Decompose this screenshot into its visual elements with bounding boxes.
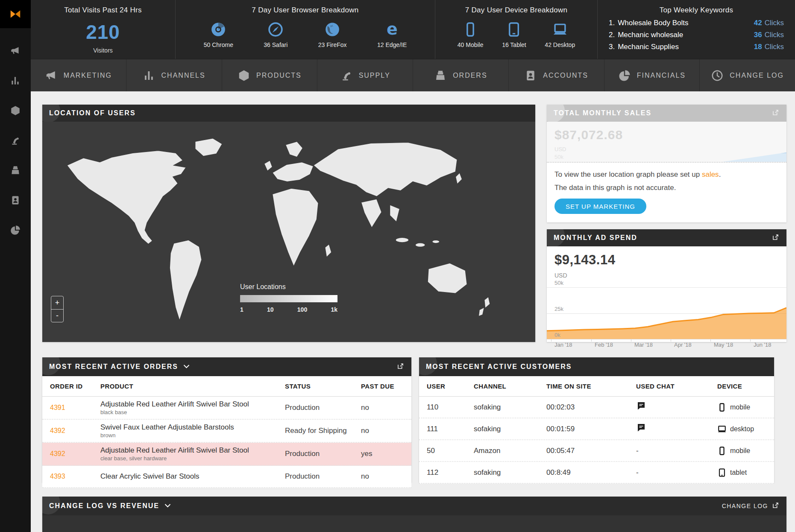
browser-stat-label: 12 Edge/IE — [377, 41, 407, 48]
marketing-icon — [45, 69, 58, 82]
order-product: Swivel Faux Leather Adjustable Barstools — [100, 423, 285, 432]
financials-icon — [10, 225, 21, 236]
products-icon — [10, 105, 21, 116]
device-stat-mobile: 40 Mobile — [458, 21, 484, 48]
sidebar-item-marketing[interactable] — [10, 45, 21, 58]
legend-title: User Locations — [240, 283, 337, 291]
mobile-icon — [462, 21, 478, 38]
keyword-clicks-unit: Clicks — [765, 31, 784, 39]
customer-device: mobile — [730, 447, 750, 455]
stat-top-keywords: Top Weekly Keywords 1. Wholesale Body Bo… — [597, 0, 795, 59]
visits-title: Total Visits Past 24 Hrs — [31, 6, 175, 15]
order-id[interactable]: 4392 — [50, 427, 100, 435]
set-up-marketing-button[interactable]: SET UP MARKETING — [554, 199, 646, 214]
nav-marketing[interactable]: MARKETING — [31, 59, 126, 91]
order-product: Adjustable Red Leather Airlift Swivel Ba… — [100, 400, 285, 409]
sidebar-item-products[interactable] — [10, 105, 21, 118]
legend-tick: 100 — [297, 306, 307, 313]
supply-icon — [10, 135, 21, 146]
customer-device: tablet — [730, 469, 747, 476]
panel-title: TOTAL MONTHLY SALES — [554, 109, 651, 117]
customer-channel: sofaking — [474, 468, 546, 477]
customer-row[interactable]: 111 sofaking 00:01:59 desktop — [419, 418, 774, 440]
x-label: Feb '18 — [595, 342, 613, 348]
adspend-area-chart: 25k 0k — [547, 288, 786, 339]
nav-label: MARKETING — [64, 72, 112, 79]
change-log-link[interactable]: CHANGE LOG — [722, 501, 780, 511]
device-stat-label: 16 Tablet — [502, 41, 526, 48]
customer-time: 00:05:47 — [546, 447, 636, 455]
order-variant: brown — [100, 432, 285, 438]
order-status: Production — [285, 403, 361, 412]
nav-products[interactable]: PRODUCTS — [222, 59, 317, 91]
chat-bubble-icon — [636, 401, 717, 413]
chevron-down-icon[interactable] — [183, 363, 190, 371]
main-content: LOCATION OF USERS — [31, 91, 795, 532]
customer-row[interactable]: 112 sofaking 00:8:49 - tablet — [419, 462, 774, 484]
total-monthly-sales-panel: TOTAL MONTHLY SALES $87,072.68 USD 50k T… — [547, 105, 786, 222]
expand-icon[interactable] — [396, 362, 405, 372]
keyword-clicks-unit: Clicks — [765, 43, 784, 51]
sidebar-item-accounts[interactable] — [10, 195, 21, 208]
col-user: USER — [427, 383, 474, 390]
map-zoom-out-button[interactable]: - — [51, 309, 63, 322]
message-period: . — [719, 170, 721, 178]
keyword-clicks: 18 — [754, 43, 762, 51]
app-logo[interactable] — [0, 0, 31, 28]
sidebar-item-supply[interactable] — [10, 135, 21, 148]
sidebar-item-financials[interactable] — [10, 225, 21, 237]
nav-financials[interactable]: FINANCIALS — [604, 59, 700, 91]
order-id[interactable]: 4391 — [50, 404, 100, 412]
x-label: Apr '18 — [674, 342, 692, 348]
nav-channels[interactable]: CHANNELS — [126, 59, 222, 91]
nav-label: CHANNELS — [161, 72, 205, 79]
nav-supply[interactable]: SUPPLY — [317, 59, 413, 91]
customer-time: 00:02:03 — [546, 403, 636, 412]
orders-table-header: ORDER ID PRODUCT STATUS PAST DUE — [42, 376, 411, 397]
order-row[interactable]: 4392 Swivel Faux Leather Adjustable Bars… — [42, 420, 411, 443]
chevron-down-icon[interactable] — [164, 502, 171, 510]
expand-icon[interactable] — [772, 233, 780, 243]
edge-icon: e — [384, 21, 400, 38]
main-nav: MARKETING CHANNELS PRODUCTS SUPPLY ORDER… — [31, 59, 795, 91]
devices-title: 7 Day User Device Breakdown — [435, 6, 597, 15]
order-row[interactable]: 4391 Adjustable Red Leather Airlift Swiv… — [42, 397, 411, 420]
sales-link[interactable]: sales — [702, 170, 719, 178]
adspend-amount: $9,143.14 — [547, 246, 786, 268]
browser-stat-safari: 36 Safari — [264, 21, 287, 48]
col-used-chat: USED CHAT — [636, 383, 717, 390]
customer-channel: Amazon — [474, 447, 546, 455]
order-id[interactable]: 4393 — [50, 473, 100, 480]
customer-row[interactable]: 50 Amazon 00:05:47 - mobile — [419, 440, 774, 462]
customer-row[interactable]: 110 sofaking 00:02:03 mobile — [419, 397, 774, 418]
map-zoom-in-button[interactable]: + — [51, 296, 63, 309]
keyword-clicks: 36 — [754, 31, 762, 39]
desktop-icon — [552, 21, 568, 38]
order-id[interactable]: 4392 — [50, 450, 100, 458]
map-legend: User Locations 1 10 100 1k — [240, 283, 337, 313]
sidebar-item-channels[interactable] — [10, 75, 21, 88]
customer-channel: sofaking — [474, 403, 546, 412]
stat-total-visits: Total Visits Past 24 Hrs 210 Visitors — [31, 0, 175, 59]
sidebar-item-orders[interactable] — [10, 165, 21, 178]
change-log-link-label: CHANGE LOG — [722, 503, 768, 509]
order-status: Production — [285, 472, 361, 481]
customer-device: desktop — [730, 425, 754, 433]
marketing-icon — [10, 45, 21, 56]
customer-user: 110 — [427, 403, 474, 412]
col-device: DEVICE — [717, 383, 774, 390]
nav-label: FINANCIALS — [637, 72, 686, 79]
stat-browser-breakdown: 7 Day User Browser Breakdown 50 Chrome 3… — [175, 0, 435, 59]
world-map[interactable]: + - User Locations 1 10 100 1k — [42, 122, 535, 342]
nav-orders[interactable]: ORDERS — [413, 59, 508, 91]
x-label: May '18 — [714, 342, 733, 348]
nav-change-log[interactable]: CHANGE LOG — [699, 59, 795, 91]
sales-setup-message: To view the user location graph please s… — [554, 170, 779, 179]
expand-icon[interactable] — [772, 108, 780, 118]
legend-gradient-bar — [240, 295, 337, 302]
order-row-past-due[interactable]: 4392 Adjustable Red Leather Airlift Swiv… — [42, 443, 411, 466]
recent-customers-panel: MOST RECENT ACTIVE CUSTOMERS USER CHANNE… — [419, 357, 774, 482]
nav-accounts[interactable]: ACCOUNTS — [508, 59, 604, 91]
sales-accuracy-note: The data in this graph is not accurate. — [554, 184, 779, 192]
order-row[interactable]: 4393 Clear Acrylic Swivel Bar Stools Pro… — [42, 466, 411, 488]
